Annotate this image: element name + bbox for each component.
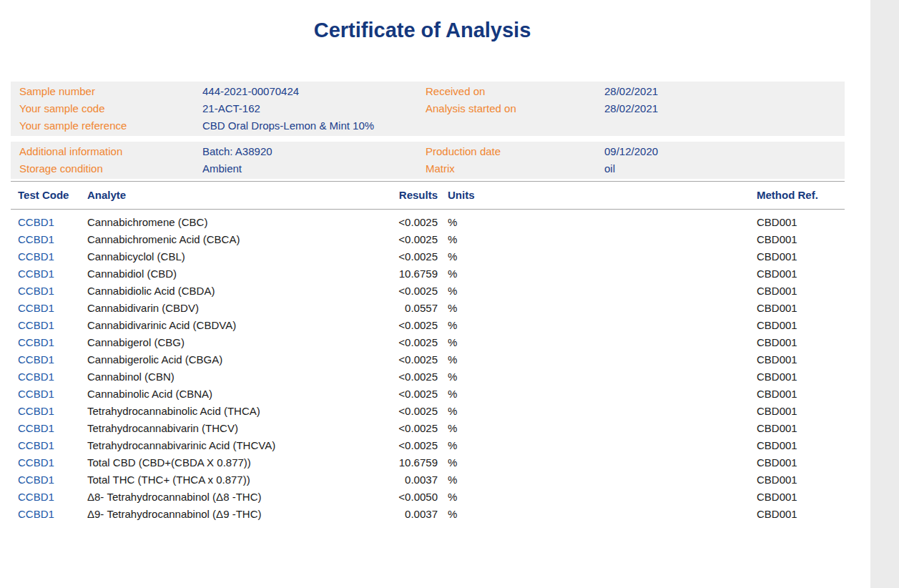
units-cell: % (438, 351, 481, 368)
method-ref-cell: CBD001 (757, 489, 837, 506)
result-value-cell: <0.0025 (366, 214, 438, 231)
test-code-cell[interactable]: CCBD1 (18, 265, 87, 283)
info-value-left: Ambient (202, 160, 426, 177)
test-code-cell[interactable]: CCBD1 (18, 386, 87, 403)
test-code-cell[interactable]: CCBD1 (18, 471, 87, 489)
table-row: CCBD1 Cannabichromene (CBC) <0.0025 % CB… (11, 214, 845, 231)
method-ref-cell: CBD001 (757, 506, 837, 523)
units-cell: % (438, 214, 481, 231)
info-row: Your sample code 21-ACT-162 Analysis sta… (19, 100, 836, 117)
test-code-cell[interactable]: CCBD1 (18, 300, 87, 317)
test-code-cell[interactable]: CCBD1 (18, 368, 87, 386)
additional-info-box: Additional information Batch: A38920 Pro… (11, 142, 845, 179)
info-value-right: 09/12/2020 (604, 143, 836, 160)
analyte-cell: Total CBD (CBD+(CBDA X 0.877)) (87, 454, 366, 471)
row-spacer (481, 368, 757, 386)
info-value-right: 28/02/2021 (604, 83, 836, 100)
info-value-left: 21-ACT-162 (202, 100, 426, 117)
info-value-left: 444-2021-00070424 (202, 83, 426, 100)
units-cell: % (438, 265, 481, 283)
right-margin-strip (870, 0, 899, 588)
row-spacer (481, 437, 757, 454)
test-code-cell[interactable]: CCBD1 (18, 437, 87, 454)
row-spacer (481, 248, 757, 265)
analyte-cell: Cannabidivarinic Acid (CBDVA) (87, 317, 366, 334)
test-code-cell[interactable]: CCBD1 (18, 214, 87, 231)
analyte-cell: Cannabidivarin (CBDV) (87, 300, 366, 317)
test-code-cell[interactable]: CCBD1 (18, 317, 87, 334)
method-ref-cell: CBD001 (757, 368, 837, 386)
units-cell: % (438, 489, 481, 506)
table-row: CCBD1 Cannabidivarin (CBDV) 0.0557 % CBD… (11, 300, 845, 317)
table-row: CCBD1 Cannabidivarinic Acid (CBDVA) <0.0… (11, 317, 845, 334)
table-row: CCBD1 Cannabinol (CBN) <0.0025 % CBD001 (11, 368, 845, 386)
header-method-ref: Method Ref. (757, 182, 837, 209)
header-spacer (481, 182, 757, 209)
test-code-cell[interactable]: CCBD1 (18, 351, 87, 368)
test-code-cell[interactable]: CCBD1 (18, 506, 87, 523)
method-ref-cell: CBD001 (757, 471, 837, 489)
row-spacer (481, 300, 757, 317)
test-code-cell[interactable]: CCBD1 (18, 248, 87, 265)
result-value-cell: <0.0025 (366, 386, 438, 403)
method-ref-cell: CBD001 (757, 403, 837, 420)
result-value-cell: <0.0025 (366, 317, 438, 334)
info-label-left: Your sample code (19, 100, 202, 117)
result-value-cell: <0.0050 (366, 489, 438, 506)
row-spacer (481, 265, 757, 283)
table-row: CCBD1 Cannabicyclol (CBL) <0.0025 % CBD0… (11, 248, 845, 265)
analyte-cell: Cannabicyclol (CBL) (87, 248, 366, 265)
result-value-cell: 0.0557 (366, 300, 438, 317)
row-spacer (481, 334, 757, 351)
test-code-cell[interactable]: CCBD1 (18, 403, 87, 420)
method-ref-cell: CBD001 (757, 231, 837, 248)
result-value-cell: <0.0025 (366, 248, 438, 265)
test-code-cell[interactable]: CCBD1 (18, 420, 87, 437)
analyte-cell: Cannabinolic Acid (CBNA) (87, 386, 366, 403)
table-row: CCBD1 Δ9- Tetrahydrocannabinol (Δ9 -THC)… (11, 506, 845, 523)
table-row: CCBD1 Total CBD (CBD+(CBDA X 0.877)) 10.… (11, 454, 845, 471)
method-ref-cell: CBD001 (757, 265, 837, 283)
result-value-cell: <0.0025 (366, 334, 438, 351)
info-label-right: Matrix (426, 160, 604, 177)
info-value-left: CBD Oral Drops-Lemon & Mint 10% (202, 117, 426, 134)
row-spacer (481, 351, 757, 368)
units-cell: % (438, 300, 481, 317)
row-spacer (481, 231, 757, 248)
analyte-cell: Cannabichromenic Acid (CBCA) (87, 231, 366, 248)
header-results: Results (366, 182, 438, 209)
method-ref-cell: CBD001 (757, 351, 837, 368)
units-cell: % (438, 334, 481, 351)
analyte-cell: Tetrahydrocannabinolic Acid (THCA) (87, 403, 366, 420)
table-row: CCBD1 Cannabigerolic Acid (CBGA) <0.0025… (11, 351, 845, 368)
result-value-cell: <0.0025 (366, 231, 438, 248)
row-spacer (481, 506, 757, 523)
info-label-left: Storage condition (19, 160, 202, 177)
test-code-cell[interactable]: CCBD1 (18, 231, 87, 248)
test-code-cell[interactable]: CCBD1 (18, 334, 87, 351)
result-value-cell: 10.6759 (366, 454, 438, 471)
table-row: CCBD1 Cannabinolic Acid (CBNA) <0.0025 %… (11, 386, 845, 403)
result-value-cell: <0.0025 (366, 351, 438, 368)
info-value-right: oil (604, 160, 836, 177)
analyte-cell: Δ9- Tetrahydrocannabinol (Δ9 -THC) (87, 506, 366, 523)
method-ref-cell: CBD001 (757, 454, 837, 471)
row-spacer (481, 403, 757, 420)
results-table: Test Code Analyte Results Units Method R… (11, 181, 845, 523)
result-value-cell: <0.0025 (366, 437, 438, 454)
test-code-cell[interactable]: CCBD1 (18, 489, 87, 506)
method-ref-cell: CBD001 (757, 334, 837, 351)
test-code-cell[interactable]: CCBD1 (18, 283, 87, 300)
table-header-row: Test Code Analyte Results Units Method R… (11, 181, 845, 210)
units-cell: % (438, 420, 481, 437)
header-units: Units (438, 182, 481, 209)
info-label-left: Your sample reference (19, 117, 202, 134)
method-ref-cell: CBD001 (757, 248, 837, 265)
analyte-cell: Cannabidiolic Acid (CBDA) (87, 283, 366, 300)
info-label-right: Production date (426, 143, 604, 160)
test-code-cell[interactable]: CCBD1 (18, 454, 87, 471)
table-row: CCBD1 Tetrahydrocannabinolic Acid (THCA)… (11, 403, 845, 420)
table-row: CCBD1 Δ8- Tetrahydrocannabinol (Δ8 -THC)… (11, 489, 845, 506)
info-value-left: Batch: A38920 (202, 143, 426, 160)
result-value-cell: <0.0025 (366, 368, 438, 386)
